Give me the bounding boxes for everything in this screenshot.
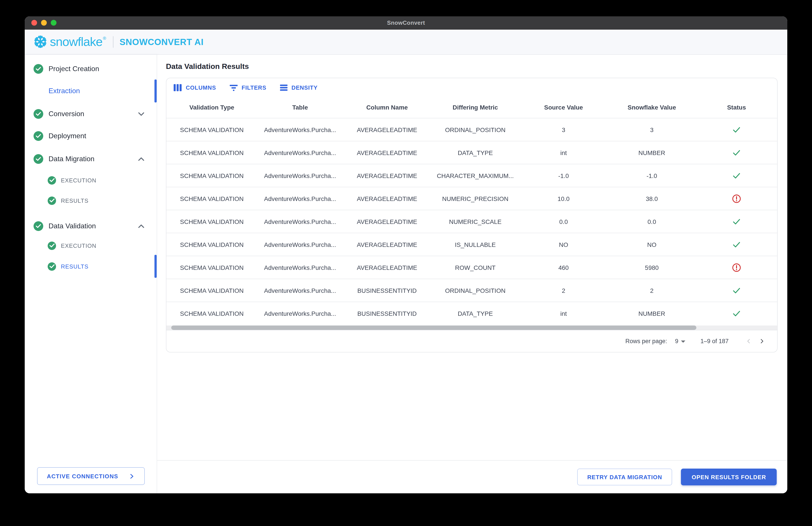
table-row[interactable]: SCHEMA VALIDATIONAdventureWorks.Purcha..… — [166, 302, 777, 325]
zoom-window-button[interactable] — [51, 20, 57, 26]
filter-icon — [229, 84, 238, 91]
cell-table: AdventureWorks.Purcha... — [257, 233, 343, 256]
cell-status — [696, 302, 777, 325]
sidebar-item-label: Extraction — [48, 87, 80, 95]
status-pass-icon — [732, 125, 741, 134]
columns-icon — [173, 84, 182, 91]
column-header-status[interactable]: Status — [696, 97, 777, 118]
table-row[interactable]: SCHEMA VALIDATIONAdventureWorks.Purcha..… — [166, 279, 777, 302]
cell-source: 0.0 — [519, 210, 608, 233]
sidebar-item-data-validation[interactable]: Data Validation — [25, 218, 157, 234]
column-header-table[interactable]: Table — [257, 97, 343, 118]
table-toolbar: COLUMNS FILTERS — [166, 78, 777, 97]
check-circle-icon — [48, 176, 56, 184]
cell-metric: DATA_TYPE — [431, 141, 519, 164]
previous-page-button[interactable] — [742, 335, 755, 348]
density-button[interactable]: DENSITY — [279, 84, 318, 91]
rows-per-page-value: 9 — [675, 338, 678, 344]
cell-column-name: AVERAGELEADTIME — [343, 233, 431, 256]
cell-table: AdventureWorks.Purcha... — [257, 210, 343, 233]
status-pass-icon — [732, 285, 741, 295]
horizontal-scrollbar-thumb[interactable] — [171, 326, 696, 330]
table-row[interactable]: SCHEMA VALIDATIONAdventureWorks.Purcha..… — [166, 256, 777, 279]
close-window-button[interactable] — [31, 20, 37, 26]
app-window: SnowConvert ❆ snowflake® SNOWCONVERT AI … — [25, 16, 787, 493]
cell-source: int — [519, 141, 608, 164]
filters-button-label: FILTERS — [242, 84, 266, 91]
density-icon — [279, 84, 288, 91]
cell-validation-type: SCHEMA VALIDATION — [166, 279, 257, 302]
chevron-right-icon — [129, 473, 135, 479]
sidebar-item-results-9[interactable]: RESULTS — [25, 258, 157, 274]
minimize-window-button[interactable] — [41, 20, 47, 26]
cell-status — [696, 256, 777, 279]
registered-mark: ® — [103, 36, 106, 41]
sidebar-item-extraction[interactable]: Extraction — [25, 83, 157, 99]
sidebar-item-data-migration[interactable]: Data Migration — [25, 151, 157, 167]
sidebar-item-execution-8[interactable]: EXECUTION — [25, 238, 157, 254]
filters-button[interactable]: FILTERS — [229, 84, 266, 91]
cell-metric: DATA_TYPE — [431, 302, 519, 325]
column-header-validation-type[interactable]: Validation Type — [166, 97, 257, 118]
cell-table: AdventureWorks.Purcha... — [257, 187, 343, 210]
rows-per-page-select[interactable]: 9 — [675, 338, 685, 344]
cell-validation-type: SCHEMA VALIDATION — [166, 187, 257, 210]
table-row[interactable]: SCHEMA VALIDATIONAdventureWorks.Purcha..… — [166, 210, 777, 233]
column-header-column-name[interactable]: Column Name — [343, 97, 431, 118]
sidebar-item-results-6[interactable]: RESULTS — [25, 193, 157, 209]
sidebar-item-project-creation[interactable]: Project Creation — [25, 61, 157, 77]
cell-source: 460 — [519, 256, 608, 279]
cell-status — [696, 141, 777, 164]
next-page-button[interactable] — [755, 335, 768, 348]
cell-metric: ORDINAL_POSITION — [431, 279, 519, 302]
sidebar-item-execution-5[interactable]: EXECUTION — [25, 172, 157, 188]
sidebar-item-label: EXECUTION — [61, 242, 97, 249]
columns-button[interactable]: COLUMNS — [173, 84, 216, 91]
cell-validation-type: SCHEMA VALIDATION — [166, 233, 257, 256]
table-row[interactable]: SCHEMA VALIDATIONAdventureWorks.Purcha..… — [166, 118, 777, 141]
open-results-folder-button[interactable]: OPEN RESULTS FOLDER — [681, 469, 777, 485]
check-circle-icon — [33, 64, 43, 74]
retry-data-migration-button[interactable]: RETRY DATA MIGRATION — [577, 469, 672, 485]
active-connections-button[interactable]: ACTIVE CONNECTIONS — [37, 467, 145, 485]
check-circle-icon — [33, 109, 43, 119]
cell-metric: NUMERIC_PRECISION — [431, 187, 519, 210]
cell-status — [696, 279, 777, 302]
check-circle-icon — [48, 241, 56, 250]
table-row[interactable]: SCHEMA VALIDATIONAdventureWorks.Purcha..… — [166, 187, 777, 210]
column-header-source-value[interactable]: Source Value — [519, 97, 608, 118]
cell-status — [696, 118, 777, 141]
cell-validation-type: SCHEMA VALIDATION — [166, 118, 257, 141]
sidebar-item-deployment[interactable]: Deployment — [25, 128, 157, 144]
sidebar-item-label: Data Validation — [48, 222, 96, 230]
cell-metric: NUMERIC_SCALE — [431, 210, 519, 233]
cell-validation-type: SCHEMA VALIDATION — [166, 164, 257, 187]
status-pass-icon — [732, 148, 741, 157]
snowflake-logo-text: snowflake® — [50, 35, 106, 49]
main-content: Data Validation Results COLUMNS — [157, 55, 787, 493]
table-row[interactable]: SCHEMA VALIDATIONAdventureWorks.Purcha..… — [166, 233, 777, 256]
cell-snowflake: NO — [608, 233, 696, 256]
cell-status — [696, 210, 777, 233]
table-row[interactable]: SCHEMA VALIDATIONAdventureWorks.Purcha..… — [166, 164, 777, 187]
stage: SnowConvert ❆ snowflake® SNOWCONVERT AI … — [0, 0, 812, 526]
snowflake-logo-icon: ❆ — [33, 34, 47, 50]
window-controls — [31, 16, 57, 29]
table-row[interactable]: SCHEMA VALIDATIONAdventureWorks.Purcha..… — [166, 141, 777, 164]
cell-table: AdventureWorks.Purcha... — [257, 141, 343, 164]
column-header-snowflake-value[interactable]: Snowflake Value — [608, 97, 696, 118]
sidebar-item-label: Project Creation — [48, 65, 99, 73]
horizontal-scrollbar-track[interactable] — [166, 326, 777, 330]
check-circle-icon — [33, 154, 43, 164]
table-header-row: Validation Type Table Column Name Differ… — [166, 97, 777, 118]
column-header-differing-metric[interactable]: Differing Metric — [431, 97, 519, 118]
cell-table: AdventureWorks.Purcha... — [257, 164, 343, 187]
cell-source: -1.0 — [519, 164, 608, 187]
status-fail-icon — [732, 194, 741, 203]
cell-column-name: AVERAGELEADTIME — [343, 256, 431, 279]
chevron-up-icon — [138, 157, 144, 161]
sidebar-item-conversion[interactable]: Conversion — [25, 106, 157, 122]
check-circle-icon — [48, 196, 56, 205]
cell-validation-type: SCHEMA VALIDATION — [166, 302, 257, 325]
chevron-left-icon — [746, 338, 751, 344]
